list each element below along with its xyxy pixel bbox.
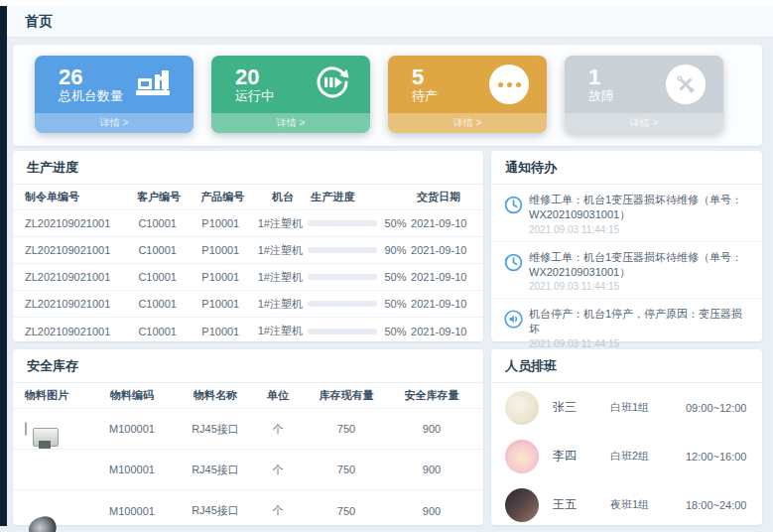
machine-name: 1#注塑机 [252,216,308,231]
progress-bar [308,247,377,253]
col-header: 交货日期 [406,190,471,204]
customer-no: C10001 [126,298,190,310]
col-header: 制令单编号 [25,190,127,204]
details-link[interactable]: 详情 > [565,113,723,133]
shift-name: 白班1组 [610,400,686,415]
notification-item[interactable]: 维修工单：机台1变压器损坏待维修（单号：WX202109031001） 2021… [491,242,762,300]
col-header: 库存现有量 [301,388,392,403]
product-no: P10001 [189,298,252,310]
table-row: M100001 RJ45接口 个 750 900 [13,409,483,450]
shift-time: 12:00~16:00 [686,451,746,463]
tab-bar: 首页 [7,6,773,38]
product-no: P10001 [189,271,252,283]
material-name: RJ45接口 [176,503,255,518]
card-value: 1 [588,65,614,89]
machine-name: 1#注塑机 [252,324,308,338]
stock-qty: 750 [301,423,392,435]
col-header: 机台 [254,190,311,204]
card-total-machines[interactable]: 26 总机台数量 详情 > [35,56,193,133]
notification-item[interactable]: 维修工单：机台1变压器损坏待维修（单号：WX202109031001） 2021… [491,185,762,242]
table-row: ZL202109021001 C10001 P10001 1#注塑机 50% 2… [13,210,483,237]
notification-item[interactable]: 机台停产：机台1停产，停产原因：变压器损坏 2021.09.03 11:44:1… [491,299,762,356]
staff-name: 王五 [553,496,610,513]
shift-time: 09:00~12:00 [686,402,746,414]
progress-label: 90% [384,244,406,256]
panel-title: 安全库存 [13,349,483,383]
progress-label: 50% [384,298,406,310]
col-header: 客户编号 [127,190,191,204]
panel-title: 人员排班 [491,349,762,383]
card-label: 运行中 [235,89,274,104]
shift-time: 18:00~24:00 [686,499,746,511]
details-link[interactable]: 详情 > [211,113,370,133]
order-no: ZL202109021001 [25,217,126,229]
card-body: 20 运行中 [211,56,370,113]
col-header: 物料图片 [25,388,88,403]
running-icon [313,63,352,106]
col-header: 生产进度 [311,190,406,204]
machine-name: 1#注塑机 [252,270,308,285]
details-link[interactable]: 详情 > [35,113,193,133]
stock-qty: 750 [301,464,392,475]
details-link[interactable]: 详情 > [388,113,547,133]
panel-title: 通知待办 [491,151,762,185]
notification-time: 2021.09.03 11:44:15 [529,224,750,235]
tools-icon [666,65,706,104]
col-header: 物料编码 [88,388,176,403]
product-no: P10001 [189,326,252,337]
col-header: 安全库存量 [392,388,471,403]
staff-schedule-panel: 人员排班 张三 白班1组 09:00~12:00 李四 白班2组 12:00~1… [491,349,762,525]
card-label: 待产 [412,89,438,104]
table-row: ZL202109021001 C10001 P10001 1#注塑机 90% 2… [13,237,483,264]
card-pending[interactable]: 5 待产 详情 > [388,56,547,133]
machine-name: 1#注塑机 [252,243,308,258]
schedule-row: 王五 夜班1组 18:00~24:00 [491,480,762,529]
table-row: ZL202109021001 C10001 P10001 1#注塑机 50% 2… [13,291,483,318]
notifications-panel: 通知待办 维修工单：机台1变压器损坏待维修（单号：WX202109031001）… [491,151,762,341]
avatar [505,440,539,473]
safety-qty: 900 [392,464,471,475]
delivery-date: 2021-09-10 [407,244,471,256]
shift-name: 白班2组 [610,449,686,464]
delivery-date: 2021-09-10 [407,271,471,283]
card-value: 5 [412,65,438,89]
schedule-row: 李四 白班2组 12:00~16:00 [491,432,762,480]
order-no: ZL202109021001 [25,326,126,337]
clock-icon [503,250,529,293]
material-unit: 个 [255,503,301,518]
material-code: M100001 [88,464,176,475]
stock-qty: 750 [301,505,392,517]
material-image-rj45 [25,422,27,436]
progress-bar [308,220,377,226]
order-no: ZL202109021001 [25,298,126,310]
production-progress-panel: 生产进度 制令单编号 客户编号 产品编号 机台 生产进度 交货日期 ZL2021… [13,151,483,341]
progress-bar [308,301,377,307]
card-fault[interactable]: 1 故障 详情 > [565,56,723,133]
material-name: RJ45接口 [176,422,255,437]
machine-icon [134,66,176,102]
product-no: P10001 [189,244,252,256]
clock-icon [503,193,529,235]
customer-no: C10001 [126,271,190,283]
material-name: RJ45接口 [176,463,255,477]
staff-name: 李四 [553,448,610,465]
progress-label: 50% [384,326,406,337]
notification-text: 维修工单：机台1变压器损坏待维修（单号：WX202109031001） [529,250,750,280]
card-value: 20 [235,65,274,89]
material-code: M100001 [88,423,176,435]
tab-home[interactable]: 首页 [19,13,59,31]
card-running[interactable]: 20 运行中 详情 > [211,56,370,133]
avatar [505,488,539,522]
speaker-icon [503,307,529,349]
safety-qty: 900 [392,505,471,517]
avatar [505,391,539,425]
safety-qty: 900 [392,423,471,435]
progress-label: 50% [384,271,406,283]
customer-no: C10001 [126,217,190,229]
notification-time: 2021.09.03 11:44:15 [529,281,750,292]
order-no: ZL202109021001 [25,244,126,256]
machine-name: 1#注塑机 [252,297,308,312]
progress-bar [308,329,377,334]
table-header-row: 制令单编号 客户编号 产品编号 机台 生产进度 交货日期 [13,185,483,210]
material-code: M100001 [88,505,176,517]
